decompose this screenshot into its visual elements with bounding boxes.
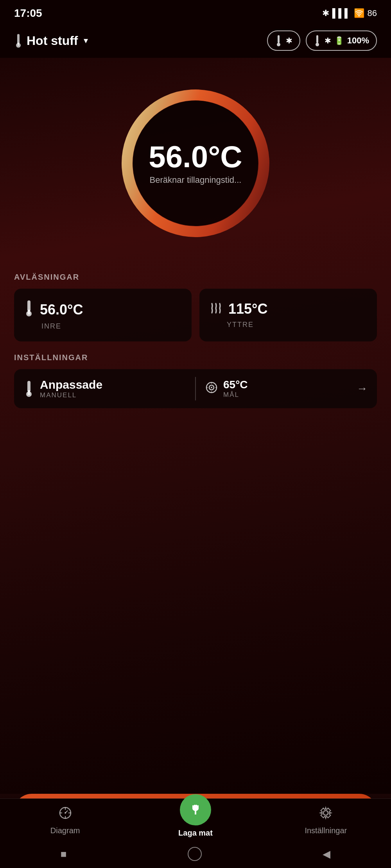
settings-gear-icon [319, 806, 333, 823]
nav-item-diagram[interactable]: Diagram [42, 806, 89, 835]
spacer [14, 424, 377, 502]
svg-rect-13 [27, 381, 30, 392]
nav-item-laga-mat[interactable]: Laga mat [172, 806, 219, 838]
android-nav-bar: ■ ◀ [0, 841, 391, 868]
svg-point-18 [211, 387, 212, 388]
bluetooth-icon-1: ✱ [286, 36, 292, 45]
svg-point-4 [277, 43, 280, 46]
android-square-button[interactable]: ■ [61, 848, 67, 860]
gauge-status-text: Beräknar tillagningstid... [149, 175, 242, 185]
svg-rect-5 [316, 35, 318, 43]
target-temp-icon [205, 381, 218, 396]
android-circle-button[interactable] [188, 847, 202, 861]
svg-rect-15 [28, 390, 30, 395]
settings-divider [195, 377, 196, 400]
diagram-icon [58, 806, 72, 823]
temperature-gauge[interactable]: 56.0°C Beräknar tillagningstid... [113, 81, 278, 245]
readings-row: 56.0°C INRE 115°C YTTRE [14, 289, 377, 341]
svg-point-27 [323, 811, 328, 815]
mode-sublabel: MANUELL [40, 391, 102, 399]
heat-wave-icon [209, 300, 223, 318]
thermometer-inner-icon [23, 300, 34, 320]
bottom-nav-items: Diagram Laga mat Inställ [0, 799, 391, 841]
outer-temp-label: YTTRE [227, 321, 368, 329]
settings-right: 65°C MÅL → [205, 379, 368, 399]
settings-card[interactable]: Anpassade MANUELL 65°C MÅL [14, 369, 377, 408]
bottom-nav: Diagram Laga mat Inställ [0, 798, 391, 868]
status-icons: ✱ ▌▌▌ 🛜 86 [322, 8, 377, 18]
readings-section-label: AVLÄSNINGAR [14, 273, 377, 282]
svg-rect-10 [27, 300, 30, 311]
thermometer-icon [14, 33, 23, 48]
current-temperature: 56.0°C [149, 141, 242, 172]
device-name-row[interactable]: Hot stuff ▾ [14, 33, 88, 48]
outer-reading-top: 115°C [209, 300, 368, 318]
settings-section-label: INSTÄLLNINGAR [14, 353, 377, 362]
android-back-button[interactable]: ◀ [323, 848, 330, 860]
svg-point-6 [316, 43, 319, 46]
inner-temp-label: INRE [41, 322, 182, 330]
svg-rect-2 [18, 43, 19, 46]
outer-reading-card[interactable]: 115°C YTTRE [199, 289, 377, 341]
app-header: Hot stuff ▾ ✱ ✱ 🔋 100% [0, 23, 391, 58]
mode-name: Anpassade [40, 378, 102, 391]
nav-label-installningar: Inställningar [305, 826, 347, 835]
probe-bt-button-2[interactable]: ✱ 🔋 100% [306, 30, 377, 51]
gauge-center: 56.0°C Beräknar tillagningstid... [149, 141, 242, 185]
nav-label-diagram: Diagram [50, 826, 80, 835]
laga-mat-active-icon [180, 794, 211, 825]
header-buttons: ✱ ✱ 🔋 100% [267, 30, 377, 51]
target-temp-value: 65°C [223, 379, 248, 391]
bluetooth-icon: ✱ [322, 8, 329, 18]
arrow-right-icon: → [357, 382, 368, 395]
svg-rect-3 [278, 35, 280, 43]
svg-rect-12 [28, 310, 30, 314]
gauge-container: 56.0°C Beräknar tillagningstid... [14, 66, 377, 269]
status-time: 17:05 [14, 7, 42, 20]
battery-indicator: 86 [368, 8, 377, 18]
signal-icon: ▌▌▌ [332, 8, 351, 18]
wifi-icon: 🛜 [354, 8, 364, 18]
probe-bt-button-1[interactable]: ✱ [267, 30, 300, 51]
battery-icon: 🔋 [334, 36, 344, 45]
target-temp-label: MÅL [223, 391, 248, 399]
inner-reading-card[interactable]: 56.0°C INRE [14, 289, 192, 341]
svg-line-25 [65, 811, 68, 813]
inner-reading-top: 56.0°C [23, 300, 182, 320]
nav-label-laga-mat: Laga mat [178, 829, 213, 838]
status-bar: 17:05 ✱ ▌▌▌ 🛜 86 [0, 0, 391, 23]
bluetooth-icon-2: ✱ [325, 36, 331, 45]
battery-percent-label: 100% [347, 36, 369, 46]
main-content: 56.0°C Beräknar tillagningstid... AVLÄSN… [0, 58, 391, 794]
inner-temp-value: 56.0°C [40, 302, 83, 318]
svg-point-26 [193, 805, 198, 808]
device-name-label: Hot stuff [27, 34, 78, 48]
outer-temp-value: 115°C [228, 301, 267, 317]
nav-item-installningar[interactable]: Inställningar [302, 806, 349, 835]
chevron-down-icon: ▾ [84, 36, 88, 46]
settings-left: Anpassade MANUELL [23, 378, 186, 399]
